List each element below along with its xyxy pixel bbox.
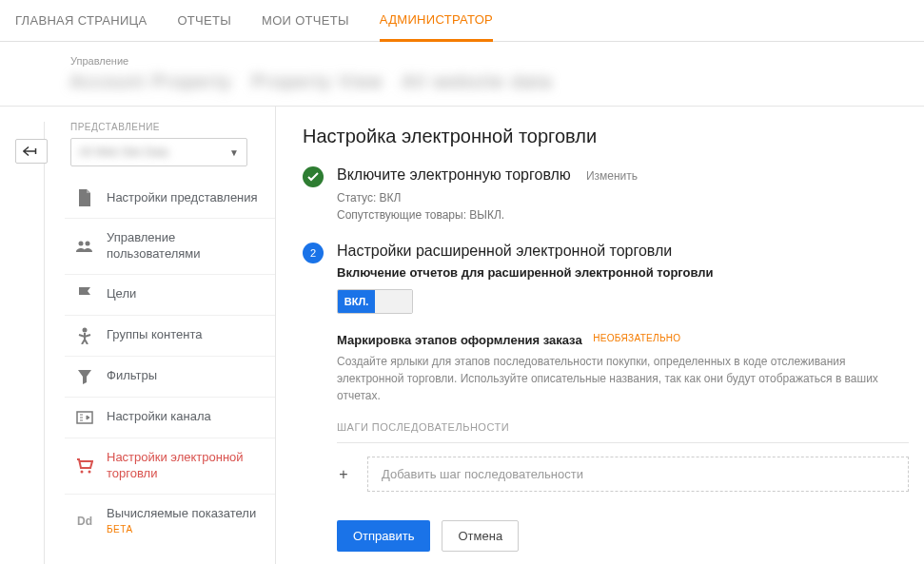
step-enhanced-ecommerce: 2 Настройки расширенной электронной торг… [303, 243, 909, 552]
step2-badge: 2 [303, 243, 324, 263]
beta-tag: БЕТА [107, 523, 256, 535]
sidebar-item-label: Настройки электронной торговли [107, 450, 267, 482]
optional-tag: НЕОБЯЗАТЕЛЬНО [593, 333, 680, 343]
sidebar-item-label: Вычисляемые показатели БЕТА [107, 506, 256, 536]
management-label: Управление [70, 55, 909, 67]
tab-my-reports[interactable]: МОИ ОТЧЕТЫ [262, 0, 349, 42]
view-label: ПРЕДСТАВЛЕНИЕ [70, 122, 275, 132]
step1-title: Включите электронную торговлю [337, 166, 571, 184]
submit-button[interactable]: Отправить [337, 520, 430, 552]
back-arrow-icon [23, 146, 40, 157]
step2-title: Настройки расширенной электронной торгов… [337, 243, 909, 260]
step1-related: Сопутствующие товары: ВЫКЛ. [337, 206, 909, 224]
account-breadcrumb: Account Property Property View All websi… [70, 72, 909, 92]
edit-link[interactable]: Изменить [586, 169, 638, 183]
back-button[interactable] [15, 139, 48, 164]
cancel-button[interactable]: Отмена [442, 520, 519, 552]
tab-home[interactable]: ГЛАВНАЯ СТРАНИЦА [15, 0, 147, 42]
view-dropdown[interactable]: All Web Site Data ▼ [70, 138, 247, 166]
sidebar-item-label: Управление пользователями [107, 230, 267, 263]
check-icon [303, 166, 324, 187]
person-arms-icon [76, 327, 93, 344]
step1-status: Статус: ВКЛ [337, 189, 909, 206]
toggle-on-label: ВКЛ. [338, 290, 375, 313]
svg-point-1 [86, 241, 90, 245]
users-icon [76, 238, 93, 255]
step2-subheading: Включение отчетов для расширенной электр… [337, 265, 909, 280]
sidebar-item-label: Настройки представления [107, 190, 258, 206]
checkout-labeling-help: Создайте ярлыки для этапов последователь… [337, 353, 909, 404]
plus-icon: + [337, 466, 350, 483]
svg-point-5 [88, 470, 91, 473]
sidebar-item-ecommerce-settings[interactable]: Настройки электронной торговли [65, 438, 275, 495]
sidebar-item-view-settings[interactable]: Настройки представления [65, 178, 275, 219]
svg-point-4 [81, 470, 84, 473]
add-funnel-step-row: + Добавить шаг последовательности [337, 457, 909, 492]
svg-point-2 [83, 327, 88, 332]
page-title: Настройка электронной торговли [303, 126, 909, 147]
sidebar-item-label: Цели [107, 286, 136, 302]
step-enable-ecommerce: Включите электронную торговлю Изменить С… [303, 166, 909, 224]
sidebar-item-content-groups[interactable]: Группы контента [65, 316, 275, 357]
sidebar-item-label: Фильтры [107, 368, 157, 384]
funnel-icon [76, 368, 93, 385]
view-dropdown-value: All Web Site Data [79, 146, 168, 159]
dd-icon: Dd [76, 513, 93, 530]
tab-admin[interactable]: АДМИНИСТРАТОР [380, 0, 493, 42]
enhanced-ecommerce-toggle[interactable]: ВКЛ. [337, 289, 413, 314]
flag-icon [76, 286, 93, 303]
sidebar: Настройки представления Управление польз… [65, 178, 275, 547]
sidebar-item-channel-settings[interactable]: Настройки канала [65, 398, 275, 438]
toggle-off-side [375, 290, 412, 313]
admin-header: Управление Account Property Property Vie… [0, 42, 924, 107]
divider [337, 442, 909, 443]
checkout-labeling-heading: Маркировка этапов оформления заказа [337, 333, 582, 347]
document-icon [76, 189, 93, 206]
cart-icon [76, 457, 93, 475]
channel-icon [76, 409, 93, 426]
sidebar-item-label: Настройки канала [107, 409, 211, 425]
sidebar-item-user-management[interactable]: Управление пользователями [65, 219, 275, 275]
top-nav: ГЛАВНАЯ СТРАНИЦА ОТЧЕТЫ МОИ ОТЧЕТЫ АДМИН… [0, 0, 924, 42]
sidebar-item-goals[interactable]: Цели [65, 275, 275, 316]
caret-down-icon: ▼ [229, 147, 239, 158]
sidebar-item-label: Группы контента [107, 327, 202, 343]
content-panel: Настройка электронной торговли Включите … [276, 107, 924, 564]
svg-point-0 [79, 241, 84, 245]
tab-reports[interactable]: ОТЧЕТЫ [177, 0, 231, 42]
sidebar-item-calculated-metrics[interactable]: Dd Вычисляемые показатели БЕТА [65, 495, 275, 548]
funnel-steps-heading: ШАГИ ПОСЛЕДОВАТЕЛЬНОСТИ [337, 421, 909, 433]
add-funnel-step-button[interactable]: Добавить шаг последовательности [367, 457, 909, 492]
sidebar-item-filters[interactable]: Фильтры [65, 357, 275, 398]
